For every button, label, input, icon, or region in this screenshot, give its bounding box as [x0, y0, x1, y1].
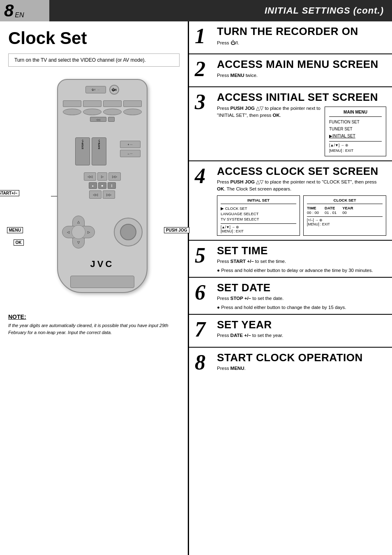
time-label: TIME — [307, 206, 319, 210]
header-title: INITIAL SETTINGS (cont.) — [265, 5, 384, 16]
step-4-right-footer: [+/–] → ⊛[MENU] : EXIT — [307, 216, 383, 226]
step-6-content: SET DATE Press STOP +/– to set the date. — [217, 282, 386, 302]
step-2-heading: ACCESS MAIN MENU SCREEN — [217, 58, 386, 70]
label-menu: MENU — [7, 227, 23, 233]
jvc-logo: JVC — [90, 259, 114, 269]
step-3-menu-item-2: TUNER SET — [329, 125, 382, 132]
step-5: 5 SET TIME Press START +/– to set the ti… — [189, 241, 392, 278]
step-4-right-header: CLOCK SET — [307, 198, 383, 204]
label-push-jog: PUSH JOG — [164, 227, 189, 233]
step-6-desc: Press STOP +/– to set the date. — [217, 295, 386, 302]
step-6-bullet: ● Press and hold either button to change… — [217, 305, 386, 310]
right-column: 1 TURN THE RECORDER ON Press ⏻/I. 2 ACCE… — [189, 21, 392, 555]
step-2-desc: Press MENU twice. — [217, 72, 386, 79]
header: 8 EN INITIAL SETTINGS (cont.) — [0, 0, 392, 21]
step-5-heading: SET TIME — [217, 245, 386, 257]
step-3-menu-header: MAIN MENU — [329, 109, 382, 117]
step-4-left-menu: INITIAL SET ▶ CLOCK SET LANGUAGE SELECT … — [217, 195, 300, 236]
step-7: 7 SET YEAR Press DATE +/– to set the yea… — [189, 315, 392, 348]
remote-body: ⏻/I ··· ⏻/I — [57, 79, 148, 293]
step-4-menus: INITIAL SET ▶ CLOCK SET LANGUAGE SELECT … — [217, 195, 386, 236]
step-3: 3 ACCESS INITIAL SET SCREEN MAIN MENU FU… — [189, 87, 392, 161]
remote-container: START+/– MENU OK PUSH JOG — [8, 75, 180, 297]
step-1: 1 TURN THE RECORDER ON Press ⏻/I. — [189, 21, 392, 54]
step-3-desc: MAIN MENU FUNCTION SET TUNER SET ▶INITIA… — [217, 105, 386, 156]
clock-set-columns: TIME 00 : 00 DATE 01 . 01 YEAR 00 — [307, 206, 383, 215]
step-4-left-header: INITIAL SET — [221, 198, 296, 204]
step-8-desc: Press MENU. — [217, 365, 386, 372]
step-4-left-item-1: ▶ CLOCK SET — [221, 206, 296, 211]
clock-col-time: TIME 00 : 00 — [307, 206, 319, 215]
step-1-desc: Press ⏻/I. — [217, 39, 386, 46]
note-title: NOTE: — [8, 313, 180, 320]
date-label: DATE+/– — [98, 139, 100, 149]
step-8-num: 8 — [195, 352, 212, 373]
step-7-num: 7 — [195, 319, 212, 340]
page-suffix: EN — [15, 12, 24, 21]
power-symbol: ⏻/I — [111, 88, 116, 92]
step-3-menu-item-1: FUNCTION SET — [329, 118, 382, 125]
label-ok: OK — [14, 239, 24, 246]
step-7-content: SET YEAR Press DATE +/– to set the year. — [217, 319, 386, 339]
step-4-left-footer: [▲/▼] → ⊛[MENU] : EXIT — [221, 223, 296, 233]
step-8: 8 START CLOCK OPERATION Press MENU. — [189, 348, 392, 381]
date-val: 01 . 01 — [325, 210, 337, 215]
header-right: INITIAL SETTINGS (cont.) — [49, 0, 392, 21]
step-3-menu-item-3: ▶INITIAL SET — [329, 132, 382, 139]
note-text: If the year digits are automatically cle… — [8, 322, 180, 336]
step-6-num: 6 — [195, 282, 212, 303]
step-3-content: ACCESS INITIAL SET SCREEN MAIN MENU FUNC… — [217, 91, 386, 156]
step-2-num: 2 — [195, 58, 212, 80]
step-6-heading: SET DATE — [217, 282, 386, 294]
step-3-menu-box: MAIN MENU FUNCTION SET TUNER SET ▶INITIA… — [325, 107, 386, 156]
step-3-heading: ACCESS INITIAL SET SCREEN — [217, 91, 386, 103]
step-5-num: 5 — [195, 245, 212, 266]
step-4-num: 4 — [195, 165, 212, 187]
header-left: 8 EN — [0, 0, 49, 21]
step-7-desc: Press DATE +/– to set the year. — [217, 332, 386, 339]
step-2-content: ACCESS MAIN MENU SCREEN Press MENU twice… — [217, 58, 386, 79]
step-5-content: SET TIME Press START +/– to set the time… — [217, 245, 386, 265]
step-3-menu-footer: [▲/▼] → ⊛[MENU] : EXIT — [329, 141, 382, 154]
main-layout: Clock Set Turn on the TV and select the … — [0, 21, 392, 555]
step-3-num: 3 — [195, 91, 212, 113]
step-4-left-item-2: LANGUAGE SELECT — [221, 211, 296, 216]
stop-label: STOP+/– — [81, 139, 84, 149]
year-val: 00 — [342, 210, 353, 215]
time-val: 00 : 00 — [307, 210, 319, 215]
step-5-bullet: ● Press and hold either button to delay … — [217, 268, 386, 273]
left-column: Clock Set Turn on the TV and select the … — [0, 21, 189, 555]
label-start: START+/– — [0, 190, 19, 196]
note-section: NOTE: If the year digits are automatical… — [8, 309, 180, 336]
step-1-num: 1 — [195, 26, 212, 47]
year-label: YEAR — [342, 206, 353, 210]
step-4-content: ACCESS CLOCK SET SCREEN Press PUSH JOG △… — [217, 165, 386, 193]
step-8-content: START CLOCK OPERATION Press MENU. — [217, 352, 386, 372]
step-4: 4 ACCESS CLOCK SET SCREEN Press PUSH JOG… — [189, 161, 392, 241]
step-8-heading: START CLOCK OPERATION — [217, 352, 386, 364]
step-6: 6 SET DATE Press STOP +/– to set the dat… — [189, 278, 392, 315]
subtitle-box: Turn on the TV and select the VIDEO chan… — [8, 53, 180, 67]
step-4-heading: ACCESS CLOCK SET SCREEN — [217, 165, 386, 177]
step-1-heading: TURN THE RECORDER ON — [217, 26, 386, 37]
step-5-desc: Press START +/– to set the time. — [217, 258, 386, 265]
clock-col-year: YEAR 00 — [342, 206, 353, 215]
clock-col-date: DATE 01 . 01 — [325, 206, 337, 215]
page-number: 8 — [4, 2, 14, 19]
step-7-heading: SET YEAR — [217, 319, 386, 331]
step-1-content: TURN THE RECORDER ON Press ⏻/I. — [217, 26, 386, 46]
step-4-desc: Press PUSH JOG △▽ to place the pointer n… — [217, 179, 386, 193]
step-4-right-menu: CLOCK SET TIME 00 : 00 DATE 01 . 01 YEAR — [303, 195, 386, 236]
page-title: Clock Set — [8, 29, 180, 48]
date-label: DATE — [325, 206, 337, 210]
step-4-left-item-3: TV SYSTEM SELECT — [221, 216, 296, 222]
step-2: 2 ACCESS MAIN MENU SCREEN Press MENU twi… — [189, 54, 392, 87]
